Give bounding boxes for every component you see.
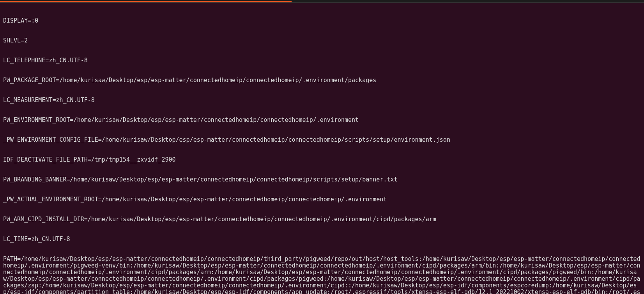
env-line: SHLVL=2 — [3, 37, 641, 44]
env-line: LC_TELEPHONE=zh_CN.UTF-8 — [3, 57, 641, 64]
env-line: _PW_ENVIRONMENT_CONFIG_FILE=/home/kurisa… — [3, 137, 641, 143]
env-line: LC_MEASUREMENT=zh_CN.UTF-8 — [3, 97, 641, 104]
env-line: PW_PACKAGE_ROOT=/home/kurisaw/Desktop/es… — [3, 77, 641, 84]
active-tab-indicator — [0, 1, 292, 2]
terminal-viewport[interactable]: DISPLAY=:0 SHLVL=2 LC_TELEPHONE=zh_CN.UT… — [0, 3, 644, 294]
env-line: DISPLAY=:0 — [3, 18, 641, 24]
env-line: LC_TIME=zh_CN.UTF-8 — [3, 236, 641, 243]
env-line: PW_ENVIRONMENT_ROOT=/home/kurisaw/Deskto… — [3, 117, 641, 123]
env-line: IDF_DEACTIVATE_FILE_PATH=/tmp/tmp154__zx… — [3, 157, 641, 163]
window-tabbar — [0, 0, 644, 3]
env-line: PW_ARM_CIPD_INSTALL_DIR=/home/kurisaw/De… — [3, 216, 641, 223]
env-line: PW_BRANDING_BANNER=/home/kurisaw/Desktop… — [3, 176, 641, 183]
env-path-line: PATH=/home/kurisaw/Desktop/esp/esp-matte… — [3, 256, 641, 294]
env-line: _PW_ACTUAL_ENVIRONMENT_ROOT=/home/kurisa… — [3, 196, 641, 203]
